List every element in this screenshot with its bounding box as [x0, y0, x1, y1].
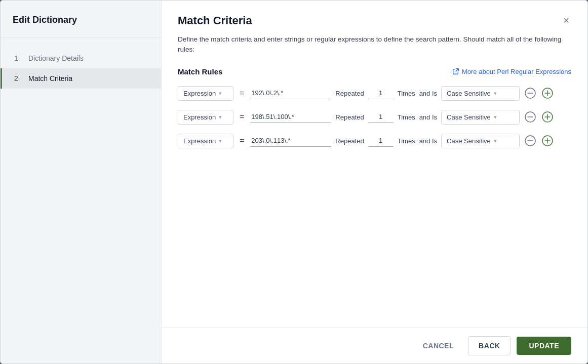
repeated-label-2: Repeated — [335, 113, 364, 121]
repeated-label-3: Repeated — [335, 137, 364, 145]
edit-dictionary-modal: Edit Dictionary 1 Dictionary Details 2 M… — [0, 0, 588, 364]
case-sensitive-label-2: Case Sensitive — [447, 113, 491, 121]
sidebar: Edit Dictionary 1 Dictionary Details 2 M… — [1, 1, 162, 363]
expression-type-select-3[interactable]: Expression ▾ — [178, 134, 233, 148]
and-is-label-3: and Is — [419, 137, 437, 145]
step-1-label: Dictionary Details — [28, 54, 84, 62]
rule-row-2: Expression ▾ = Repeated Times and Is Cas… — [178, 110, 571, 125]
expression-type-select-1[interactable]: Expression ▾ — [178, 86, 233, 101]
minus-circle-icon-1 — [525, 88, 536, 99]
times-label-2: Times — [398, 113, 415, 121]
remove-rule-button-1[interactable] — [524, 87, 537, 100]
case-sensitive-label-3: Case Sensitive — [447, 137, 491, 145]
match-rules-header: Match Rules More about Perl Regular Expr… — [178, 67, 571, 76]
expression-type-select-2[interactable]: Expression ▾ — [178, 110, 233, 125]
times-label-1: Times — [398, 90, 415, 97]
step-2-label: Match Criteria — [28, 74, 72, 83]
main-title: Match Criteria — [178, 14, 252, 27]
external-link-icon — [452, 68, 459, 75]
perl-link-text: More about Perl Regular Expressions — [462, 68, 571, 75]
repeated-label-1: Repeated — [335, 90, 364, 97]
minus-circle-icon-3 — [525, 135, 536, 146]
rule-row-3: Expression ▾ = Repeated Times and Is Cas… — [178, 134, 571, 148]
expression-input-1[interactable] — [250, 87, 331, 99]
match-rules-label: Match Rules — [178, 67, 222, 76]
minus-circle-icon-2 — [525, 111, 536, 123]
plus-circle-icon-1 — [542, 88, 553, 99]
expression-type-arrow-3: ▾ — [219, 138, 222, 144]
sidebar-step-1[interactable]: 1 Dictionary Details — [1, 48, 161, 68]
remove-rule-button-2[interactable] — [524, 110, 537, 124]
add-rule-button-3[interactable] — [541, 134, 554, 147]
perl-link[interactable]: More about Perl Regular Expressions — [452, 68, 571, 75]
case-sensitive-select-1[interactable]: Case Sensitive ▾ — [441, 86, 520, 101]
sidebar-steps: 1 Dictionary Details 2 Match Criteria — [1, 38, 161, 99]
step-1-number: 1 — [14, 54, 22, 62]
and-is-label-2: and Is — [419, 113, 437, 121]
expression-type-arrow-1: ▾ — [219, 90, 222, 97]
main-content: Match Criteria × Define the match criter… — [162, 1, 587, 363]
equals-sign-1: = — [238, 89, 246, 98]
remove-rule-button-3[interactable] — [524, 134, 537, 147]
case-sensitive-label-1: Case Sensitive — [447, 90, 491, 97]
equals-sign-3: = — [238, 136, 246, 145]
main-footer: CANCEL BACK UPDATE — [162, 328, 587, 363]
and-is-label-1: and Is — [419, 90, 437, 97]
add-rule-button-1[interactable] — [541, 87, 554, 100]
expression-type-arrow-2: ▾ — [219, 114, 222, 120]
update-button[interactable]: UPDATE — [517, 337, 571, 355]
case-sensitive-arrow-1: ▾ — [494, 90, 497, 97]
equals-sign-2: = — [238, 112, 246, 122]
back-button[interactable]: BACK — [468, 336, 511, 355]
sidebar-step-2[interactable]: 2 Match Criteria — [1, 68, 161, 89]
case-sensitive-select-3[interactable]: Case Sensitive ▾ — [441, 134, 520, 148]
expression-type-label-1: Expression — [183, 90, 216, 97]
step-2-number: 2 — [14, 74, 22, 83]
add-rule-button-2[interactable] — [541, 110, 554, 124]
main-description: Define the match criteria and enter stri… — [162, 28, 587, 55]
plus-circle-icon-3 — [542, 135, 553, 146]
expression-input-3[interactable] — [250, 135, 331, 147]
plus-circle-icon-2 — [542, 111, 553, 123]
expression-type-label-2: Expression — [183, 113, 216, 121]
main-body: Match Rules More about Perl Regular Expr… — [162, 55, 587, 328]
main-header: Match Criteria × — [162, 1, 587, 28]
times-label-3: Times — [398, 137, 415, 145]
expression-input-2[interactable] — [250, 111, 331, 123]
case-sensitive-arrow-2: ▾ — [494, 114, 497, 120]
times-input-3[interactable] — [368, 135, 394, 147]
cancel-button[interactable]: CANCEL — [415, 337, 462, 355]
rule-row-1: Expression ▾ = Repeated Times and Is Cas… — [178, 86, 571, 101]
times-input-1[interactable] — [368, 87, 394, 99]
times-input-2[interactable] — [368, 111, 394, 123]
expression-type-label-3: Expression — [183, 137, 216, 145]
case-sensitive-arrow-3: ▾ — [494, 138, 497, 144]
close-button[interactable]: × — [561, 13, 571, 28]
case-sensitive-select-2[interactable]: Case Sensitive ▾ — [441, 110, 520, 125]
sidebar-title: Edit Dictionary — [1, 1, 161, 38]
